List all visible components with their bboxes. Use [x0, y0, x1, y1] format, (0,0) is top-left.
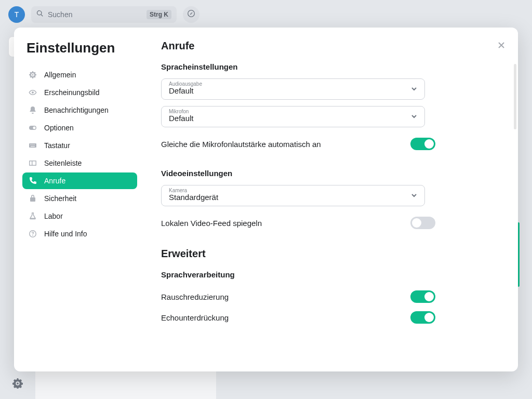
sidebar-item-label: Allgemein [44, 71, 76, 79]
avatar[interactable]: T [8, 6, 25, 23]
settings-nav: Allgemein Erscheinungsbild Benachrichtig… [14, 66, 145, 242]
mirror-video-row: Lokalen Video-Feed spiegeln [161, 212, 435, 233]
sidebar-item-calls[interactable]: Anrufe [22, 172, 137, 189]
chevron-down-icon [411, 191, 417, 201]
modal-scrollbar[interactable] [514, 64, 518, 371]
sidebar-item-options[interactable]: Optionen [22, 119, 137, 136]
microphone-value: Default [169, 114, 417, 123]
sidebar-item-label: Labor [44, 212, 63, 220]
compass-icon [188, 10, 195, 19]
sidebar-item-label: Sicherheit [44, 194, 76, 203]
advanced-heading: Erweitert [161, 248, 502, 260]
camera-select[interactable]: Kamera Standardgerät [161, 185, 425, 206]
echo-cancel-label: Echounterdrückung [161, 313, 229, 322]
gear-icon[interactable] [12, 378, 23, 391]
voice-processing-heading: Sprachverarbeitung [161, 270, 502, 279]
close-button[interactable] [495, 40, 508, 52]
lock-icon [29, 194, 37, 203]
settings-sidebar: Einstellungen Allgemein Erscheinungsbild [14, 28, 145, 371]
search-placeholder: Suchen [48, 10, 142, 19]
toggle-icon [29, 124, 37, 132]
microphone-select[interactable]: Mikrofon Default [161, 106, 425, 127]
video-settings-heading: Videoeinstellungen [161, 169, 502, 178]
sidebar-item-general[interactable]: Allgemein [22, 66, 137, 83]
noise-reduction-row: Rauschreduzierung [161, 286, 435, 307]
microphone-label: Mikrofon [169, 109, 189, 114]
settings-icon [29, 71, 37, 79]
sidebar-item-sidebar[interactable]: Seitenleiste [22, 155, 137, 171]
mirror-video-toggle[interactable] [410, 217, 435, 229]
sidebar-item-security[interactable]: Sicherheit [22, 190, 137, 207]
sidebar-item-label: Benachrichtigungen [44, 106, 109, 114]
sidebar-item-labs[interactable]: Labor [22, 208, 137, 224]
voice-settings-section: Spracheinstellungen Audioausgabe Default… [161, 62, 502, 154]
sidebar-item-label: Tastatur [44, 141, 70, 150]
sidebar-item-label: Erscheinungsbild [44, 88, 100, 97]
top-bar: T Suchen Strg K [0, 0, 532, 29]
sidebar-item-label: Seitenleiste [44, 159, 82, 167]
close-icon [497, 41, 506, 51]
settings-content: Anrufe Spracheinstellungen Audioausgabe … [145, 28, 518, 371]
search-shortcut-badge: Strg K [147, 10, 171, 19]
sidebar-item-keyboard[interactable]: Tastatur [22, 137, 137, 154]
auto-gain-row: Gleiche die Mikrofonlautstärke automatis… [161, 134, 435, 154]
avatar-initial: T [15, 10, 19, 19]
help-icon [29, 230, 37, 238]
sidebar-item-appearance[interactable]: Erscheinungsbild [22, 84, 137, 101]
noise-reduction-label: Rauschreduzierung [161, 292, 229, 301]
voice-processing-section: Sprachverarbeitung Rauschreduzierung Ech… [161, 270, 502, 328]
sidebar-item-notifications[interactable]: Benachrichtigungen [22, 102, 137, 118]
audio-output-label: Audioausgabe [169, 81, 202, 87]
video-settings-section: Videoeinstellungen Kamera Standardgerät … [161, 169, 502, 233]
bell-icon [29, 106, 37, 114]
flask-icon [29, 212, 37, 220]
sidebar-icon [29, 159, 37, 167]
eye-icon [29, 88, 37, 97]
search-input[interactable]: Suchen Strg K [31, 6, 177, 23]
camera-value: Standardgerät [169, 193, 417, 202]
phone-icon [29, 177, 37, 185]
sidebar-item-label: Optionen [44, 124, 74, 132]
sidebar-item-label: Anrufe [44, 177, 65, 185]
modal-title: Einstellungen [26, 40, 115, 56]
auto-gain-toggle[interactable] [410, 138, 435, 150]
chevron-down-icon [411, 85, 417, 94]
audio-output-value: Default [169, 86, 417, 95]
camera-label: Kamera [169, 188, 187, 193]
mirror-video-label: Lokalen Video-Feed spiegeln [161, 219, 262, 228]
echo-cancel-toggle[interactable] [410, 311, 435, 324]
noise-reduction-toggle[interactable] [410, 290, 435, 303]
page-title: Anrufe [161, 40, 502, 52]
echo-cancel-row: Echounterdrückung [161, 307, 435, 328]
settings-modal: Einstellungen Allgemein Erscheinungsbild [14, 28, 518, 371]
audio-output-select[interactable]: Audioausgabe Default [161, 78, 425, 100]
chevron-down-icon [411, 112, 417, 122]
voice-settings-heading: Spracheinstellungen [161, 62, 502, 71]
sidebar-item-label: Hilfe und Info [44, 230, 87, 238]
sidebar-item-help[interactable]: Hilfe und Info [22, 225, 137, 242]
explore-button[interactable] [183, 6, 200, 23]
keyboard-icon [29, 141, 37, 150]
auto-gain-label: Gleiche die Mikrofonlautstärke automatis… [161, 140, 321, 149]
search-icon [36, 10, 44, 19]
